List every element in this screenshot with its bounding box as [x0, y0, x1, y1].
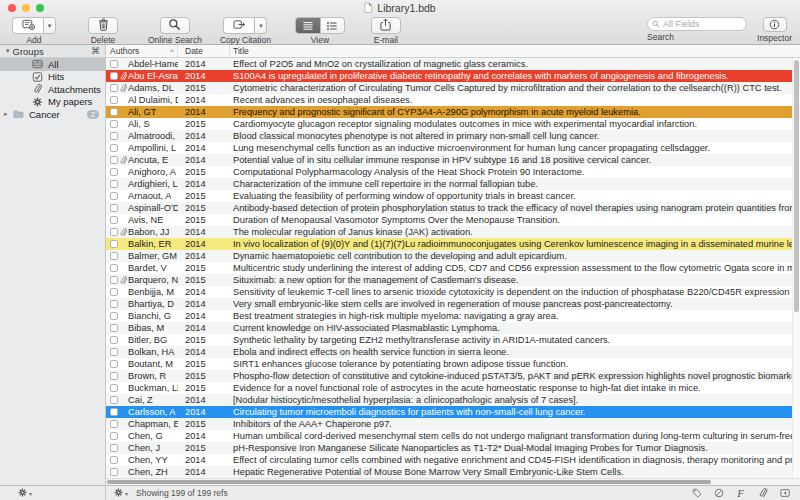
table-row[interactable]: Adams, DL2015Cytometric characterization… — [106, 82, 800, 94]
row-checkbox[interactable] — [110, 456, 118, 464]
delete-button[interactable] — [88, 17, 118, 34]
table-row[interactable]: Al Dulaimi, D2014Recent advances in oeso… — [106, 94, 800, 106]
table-row[interactable]: Boutant, M2015SIRT1 enhances glucose tol… — [106, 358, 800, 370]
table-row[interactable]: Balkin, ER2014In vivo localization of (9… — [106, 238, 800, 250]
table-row[interactable]: Bitler, BG2015Synthetic lethality by tar… — [106, 334, 800, 346]
table-row[interactable]: Almatroodi, SA2014Blood classical monocy… — [106, 130, 800, 142]
row-checkbox[interactable] — [110, 312, 118, 320]
table-row[interactable]: Abdel-Hameed2014Effect of P2O5 and MnO2 … — [106, 58, 800, 70]
row-checkbox[interactable] — [110, 192, 118, 200]
sidebar-item-all[interactable]: All — [0, 58, 105, 71]
search-input[interactable] — [663, 19, 742, 29]
add-dropdown-button[interactable]: ▾ — [43, 17, 56, 34]
groups-header[interactable]: ▾ Groups ⌘ — [0, 45, 105, 58]
table-row[interactable]: Buckman, LB2015Evidence for a novel func… — [106, 382, 800, 394]
table-row[interactable]: Bhartiya, D2014Very small embryonic-like… — [106, 298, 800, 310]
table-row[interactable]: Chen, YY2014Effect of circulating tumor … — [106, 454, 800, 466]
table-row[interactable]: Barquero, N2015Situximab: a new option f… — [106, 274, 800, 286]
online-search-button[interactable] — [160, 17, 190, 34]
table-row[interactable]: Abu El-Asrar, A2014S100A4 is upregulated… — [106, 70, 800, 82]
table-row[interactable]: Bianchi, G2014Best treatment strategies … — [106, 310, 800, 322]
table-row[interactable]: Bolkan, HA2014Ebola and indirect effects… — [106, 346, 800, 358]
table-row[interactable]: Benbijja, M2014Sensitivity of leukemic T… — [106, 286, 800, 298]
row-checkbox[interactable] — [110, 360, 118, 368]
vertical-scrollbar[interactable] — [792, 58, 800, 478]
vertical-scrollbar-thumb[interactable] — [794, 60, 799, 312]
close-window-button[interactable] — [8, 4, 16, 12]
view-list-segment[interactable] — [320, 17, 345, 34]
copy-citation-button[interactable]: ▾ — [223, 17, 267, 34]
row-checkbox[interactable] — [110, 348, 118, 356]
row-checkbox[interactable] — [110, 264, 118, 272]
row-checkbox[interactable] — [110, 108, 118, 116]
table-row[interactable]: Ali, S2015Cardiomyocyte glucagon recepto… — [106, 118, 800, 130]
table-row[interactable]: Ardighieri, L2014Characterization of the… — [106, 178, 800, 190]
row-checkbox[interactable] — [110, 252, 118, 260]
table-row[interactable]: Chen, ZH2014Hepatic Regenerative Potenti… — [106, 466, 800, 478]
table-row[interactable]: Chapman, E2015Inhibitors of the AAA+ Cha… — [106, 418, 800, 430]
table-row[interactable]: Bibas, M2014Current knowledge on HIV-ass… — [106, 322, 800, 334]
tag-icon[interactable] — [691, 488, 702, 499]
table-row[interactable]: Arnaout, A2015Evaluating the feasibility… — [106, 190, 800, 202]
view-dense-segment[interactable] — [295, 17, 320, 34]
row-checkbox[interactable] — [110, 96, 118, 104]
search-field[interactable] — [647, 17, 747, 31]
row-checkbox[interactable] — [110, 60, 118, 68]
email-button[interactable] — [371, 17, 401, 34]
sidebar-item-hits[interactable]: Hits — [0, 71, 105, 84]
horizontal-scrollbar[interactable] — [106, 478, 800, 485]
table-row[interactable]: Bardet, V2015Multicentric study underlin… — [106, 262, 800, 274]
sidebar-item-attachments[interactable]: Attachments — [0, 83, 105, 96]
row-checkbox[interactable] — [110, 432, 118, 440]
table-row[interactable]: Babon, JJ2014The molecular regulation of… — [106, 226, 800, 238]
inspector-button[interactable] — [763, 17, 787, 32]
zoom-window-button[interactable] — [36, 4, 44, 12]
row-checkbox[interactable] — [110, 180, 118, 188]
row-checkbox[interactable] — [110, 300, 118, 308]
row-checkbox[interactable] — [110, 216, 118, 224]
table-row[interactable]: Ampollini, L2014Lung mesenchymal cells f… — [106, 142, 800, 154]
table-row[interactable]: Anighoro, A2015Computational Polypharmac… — [106, 166, 800, 178]
table-row[interactable]: Brown, R2015Phospho-flow detection of co… — [106, 370, 800, 382]
row-checkbox[interactable] — [110, 156, 118, 164]
row-checkbox[interactable] — [110, 168, 118, 176]
minimize-window-button[interactable] — [22, 4, 30, 12]
table-row[interactable]: Carlsson, A2014Circulating tumor microem… — [106, 406, 800, 418]
row-checkbox[interactable] — [110, 228, 118, 236]
row-checkbox[interactable] — [110, 240, 118, 248]
row-checkbox[interactable] — [110, 372, 118, 380]
row-checkbox[interactable] — [110, 420, 118, 428]
row-checkbox[interactable] — [110, 288, 118, 296]
sidebar-item-cancer[interactable]: ▸Cancer2 — [0, 108, 105, 121]
add-button[interactable]: ▾ — [12, 17, 56, 34]
copy-citation-dropdown-button[interactable]: ▾ — [254, 17, 267, 34]
row-checkbox[interactable] — [110, 324, 118, 332]
group-action-menu-button[interactable]: ▾ — [18, 488, 32, 499]
table-row[interactable]: Cai, Z2014[Nodular histiocytic/mesotheli… — [106, 394, 800, 406]
sidebar-item-my-papers[interactable]: My papers — [0, 96, 105, 109]
titlebar[interactable]: Library1.bdb — [0, 0, 800, 16]
row-checkbox[interactable] — [110, 408, 118, 416]
row-checkbox[interactable] — [110, 396, 118, 404]
column-header-date[interactable]: Date — [178, 45, 230, 57]
table-row[interactable]: Ancuta, E2014Potential value of in situ … — [106, 154, 800, 166]
row-checkbox[interactable] — [110, 132, 118, 140]
row-checkbox[interactable] — [110, 72, 118, 80]
row-checkbox[interactable] — [110, 144, 118, 152]
row-checkbox[interactable] — [110, 204, 118, 212]
side-panel-icon[interactable] — [779, 488, 790, 499]
row-checkbox[interactable] — [110, 384, 118, 392]
table-row[interactable]: Aspinall-O'Dea2015Antibody-based detecti… — [106, 202, 800, 214]
table-row[interactable]: Chen, J2015pH-Responsive Iron Manganese … — [106, 442, 800, 454]
horizontal-scrollbar-thumb[interactable] — [107, 480, 711, 484]
row-checkbox[interactable] — [110, 84, 118, 92]
disclosure-right-icon[interactable]: ▸ — [4, 110, 13, 118]
disclosure-down-icon[interactable]: ▾ — [6, 47, 10, 55]
reference-action-menu-button[interactable]: ▾ — [114, 488, 128, 499]
table-row[interactable]: Ali, GT2014Frequency and prognostic sign… — [106, 106, 800, 118]
paperclip-icon[interactable] — [757, 488, 768, 499]
row-checkbox[interactable] — [110, 336, 118, 344]
table-row[interactable]: Balmer, GM2014Dynamic haematopoietic cel… — [106, 250, 800, 262]
row-checkbox[interactable] — [110, 468, 118, 476]
column-header-authors[interactable]: Authors ^ — [106, 45, 178, 57]
